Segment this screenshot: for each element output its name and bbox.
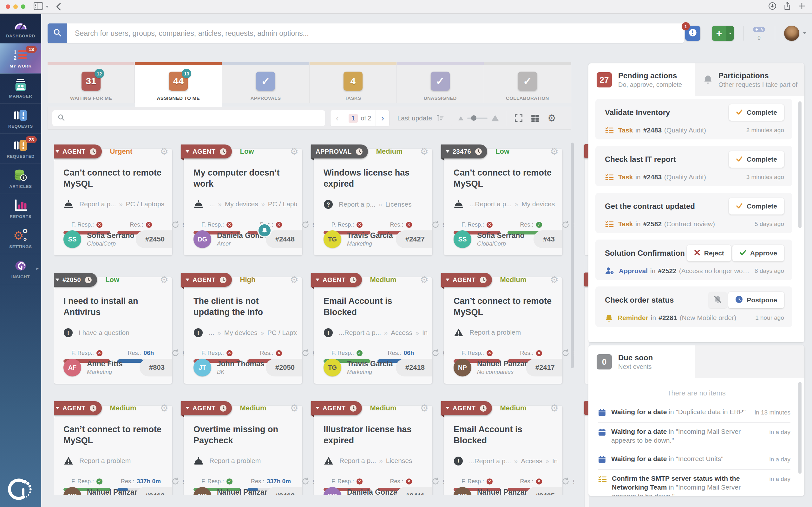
requester-company: GlobalCorp bbox=[87, 240, 135, 247]
tab-participations[interactable]: Participations Other requests I take par… bbox=[695, 63, 804, 96]
grid-view-button[interactable] bbox=[531, 114, 539, 122]
pending-scrollbar[interactable] bbox=[798, 101, 802, 228]
sidebar-toggle-icon[interactable] bbox=[34, 2, 43, 11]
gear-icon[interactable]: ⚙ bbox=[160, 403, 168, 413]
request-card[interactable]: AGENTMedium⚙Email Account is Blocked!...… bbox=[314, 277, 432, 384]
download-icon[interactable] bbox=[768, 2, 776, 11]
gear-icon[interactable]: ⚙ bbox=[550, 403, 559, 413]
complete-button[interactable]: Complete bbox=[729, 198, 784, 215]
back-button[interactable] bbox=[56, 3, 61, 11]
request-card[interactable]: AGENTUrgent⚙Can’t connect to remote MySQ… bbox=[54, 149, 172, 256]
gear-icon[interactable]: ⚙ bbox=[550, 275, 559, 285]
sidebar-item-reports[interactable]: REPORTS bbox=[0, 194, 41, 224]
minimize-window-button[interactable] bbox=[13, 4, 18, 9]
sidebar-item-requests[interactable]: REQUESTS bbox=[0, 104, 41, 134]
user-avatar[interactable] bbox=[784, 26, 799, 41]
tab-assigned-to-me[interactable]: 4413ASSIGNED TO ME bbox=[135, 62, 222, 107]
size-slider-track[interactable] bbox=[467, 118, 488, 119]
request-card[interactable]: AGENTMedium⚙Can’t connect to remote MySQ… bbox=[54, 406, 172, 495]
gear-icon[interactable]: ⚙ bbox=[160, 275, 168, 285]
user-menu-chevron-icon[interactable] bbox=[803, 32, 806, 34]
close-window-button[interactable] bbox=[6, 4, 10, 9]
gamification-button[interactable]: 0 bbox=[753, 26, 765, 41]
gear-icon[interactable]: ⚙ bbox=[420, 275, 428, 285]
action-type: Approval bbox=[619, 267, 648, 275]
filter-search-input[interactable] bbox=[68, 114, 320, 122]
card-size-slider[interactable] bbox=[458, 115, 499, 121]
next-page-button[interactable]: › bbox=[376, 113, 389, 123]
size-slider-knob[interactable] bbox=[471, 115, 476, 121]
list-settings-button[interactable]: ⚙ bbox=[548, 113, 556, 123]
request-card[interactable]: AGENTMedium⚙Can’t connect to remote MySQ… bbox=[444, 277, 562, 384]
card-type-ribbon[interactable]: #2050 bbox=[54, 273, 97, 287]
card-type-ribbon[interactable]: AGENT bbox=[181, 401, 232, 415]
sidebar-item-requested[interactable]: 23REQUESTED bbox=[0, 134, 41, 164]
complete-button[interactable]: Complete bbox=[729, 104, 784, 121]
request-card[interactable]: AGENTHigh⚙The client is not updating the… bbox=[184, 277, 302, 384]
card-type-ribbon[interactable]: AGENT bbox=[54, 401, 102, 415]
search-button[interactable] bbox=[48, 23, 67, 43]
tab-collaboration[interactable]: ✓COLLABORATION bbox=[484, 62, 571, 103]
card-type-ribbon[interactable]: AGENT bbox=[311, 273, 362, 287]
card-type-ribbon[interactable]: AGENT bbox=[441, 273, 492, 287]
request-card[interactable]: APPROVALMedium⚙Windows license has expir… bbox=[314, 149, 432, 256]
request-card[interactable]: AGENTMedium⚙Email Account is Blocked!...… bbox=[444, 406, 562, 495]
tab-tasks[interactable]: 4TASKS bbox=[310, 62, 397, 103]
cards-scrollbar[interactable] bbox=[571, 143, 574, 368]
new-tab-icon[interactable] bbox=[798, 2, 806, 11]
sidebar-item-manager[interactable]: MANAGER bbox=[0, 73, 41, 104]
warn-icon bbox=[323, 456, 334, 465]
due-scrollbar[interactable] bbox=[798, 382, 802, 474]
complete-button[interactable]: Complete bbox=[729, 151, 784, 168]
mute-button[interactable] bbox=[709, 292, 727, 308]
gear-icon[interactable]: ⚙ bbox=[160, 147, 168, 156]
tab-pending-actions[interactable]: 27 Pending actions Do, approve, complete bbox=[589, 63, 695, 96]
related-request-id[interactable]: #2582 bbox=[643, 220, 662, 228]
sidebar-item-label: INSIGHT bbox=[11, 274, 30, 279]
prev-page-button[interactable]: ‹ bbox=[331, 113, 344, 123]
new-request-dropdown[interactable] bbox=[726, 26, 734, 41]
postpone-button[interactable]: Postpone bbox=[728, 292, 784, 308]
card-type-ribbon[interactable]: AGENT bbox=[311, 401, 362, 415]
gear-icon[interactable]: ⚙ bbox=[420, 403, 428, 413]
gear-icon[interactable]: ⚙ bbox=[420, 147, 428, 156]
related-request-id[interactable]: #2522 bbox=[658, 267, 676, 275]
alerts-button[interactable]: 1 bbox=[685, 26, 700, 41]
gear-icon[interactable]: ⚙ bbox=[290, 403, 299, 413]
sidebar-item-settings[interactable]: ⚙⚙⚙SETTINGS bbox=[0, 224, 41, 254]
fullscreen-button[interactable] bbox=[514, 114, 523, 122]
share-icon[interactable] bbox=[783, 2, 791, 12]
related-request-id[interactable]: #2281 bbox=[658, 314, 677, 322]
reject-button[interactable]: Reject bbox=[687, 245, 731, 262]
related-request-id[interactable]: #2483 bbox=[643, 126, 662, 134]
chevron-down-icon[interactable] bbox=[46, 6, 49, 8]
sidebar-item-my-work[interactable]: 1213MY WORK bbox=[0, 43, 41, 73]
sort-control[interactable]: Last update bbox=[397, 113, 444, 123]
sidebar-item-articles[interactable]: iARTICLES bbox=[0, 164, 41, 194]
gear-icon[interactable]: ⚙ bbox=[290, 147, 299, 156]
request-card[interactable]: AGENTMedium⚙Overtime missing on Paycheck… bbox=[184, 406, 302, 495]
zoom-window-button[interactable] bbox=[21, 4, 26, 9]
card-type-ribbon[interactable]: AGENT bbox=[181, 145, 232, 158]
request-card[interactable]: #2050Low⚙I need to install an Antivirus!… bbox=[54, 277, 172, 384]
card-type-ribbon[interactable]: AGENT bbox=[181, 273, 232, 287]
card-type-ribbon[interactable]: APPROVAL bbox=[311, 145, 368, 158]
approve-button[interactable]: Approve bbox=[732, 245, 784, 262]
sidebar-item-insight[interactable]: ▸INSIGHT bbox=[0, 254, 41, 284]
sidebar-item-dashboard[interactable]: DASHBOARD bbox=[0, 13, 41, 43]
gear-icon[interactable]: ⚙ bbox=[290, 275, 299, 285]
request-card[interactable]: AGENTLow⚙My computer doesn’t work...»My … bbox=[184, 149, 302, 256]
request-card[interactable]: AGENTMedium⚙Illustrator license has expi… bbox=[314, 406, 432, 495]
new-request-button[interactable]: + bbox=[712, 26, 734, 41]
global-search-input[interactable] bbox=[67, 23, 684, 43]
tab-waiting-for-me[interactable]: 3112WAITING FOR ME bbox=[48, 62, 135, 103]
tab-unassigned[interactable]: ✓UNASSIGNED bbox=[397, 62, 484, 103]
related-request-id[interactable]: #2483 bbox=[643, 173, 662, 181]
card-type-ribbon[interactable]: 23476 bbox=[441, 145, 487, 158]
tab-approvals[interactable]: ✓APPROVALS bbox=[222, 62, 309, 103]
card-type-ribbon[interactable]: AGENT bbox=[441, 401, 492, 415]
gear-icon[interactable]: ⚙ bbox=[550, 147, 559, 156]
tab-due-soon[interactable]: 0 Due soon Next events bbox=[589, 345, 695, 378]
request-card[interactable]: 23476Low⚙Can’t connect to remote MySQL..… bbox=[444, 149, 562, 256]
card-type-ribbon[interactable]: AGENT bbox=[54, 145, 102, 158]
